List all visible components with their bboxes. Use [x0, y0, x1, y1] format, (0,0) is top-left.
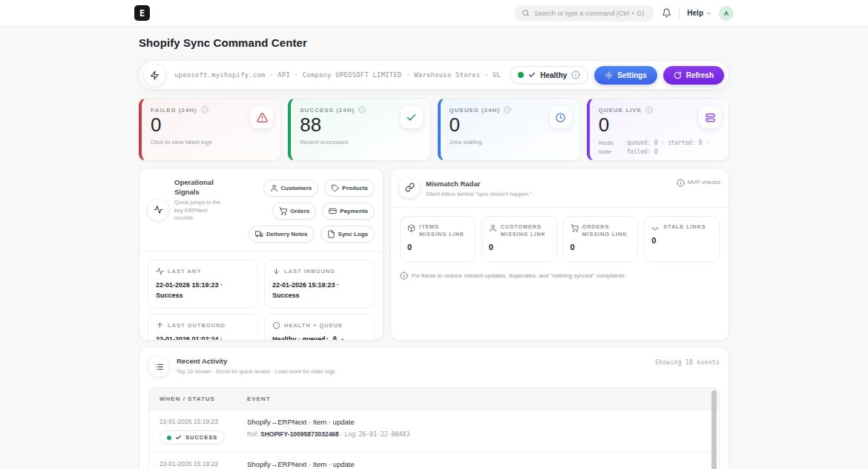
- table-row[interactable]: 22-01-2026 15:19:22 SUCCESS Shopify→ERPN…: [149, 452, 719, 469]
- last-outbound-value: 22-01-2026 01:02:24 · Success: [156, 335, 250, 341]
- notifications-bell-icon[interactable]: [662, 8, 671, 18]
- last-outbound-card: LAST OUTBOUND 22-01-2026 01:02:24 · Succ…: [148, 314, 258, 341]
- topbar-divider: [679, 8, 680, 19]
- health-queue-prefix: Healthy ·: [272, 335, 303, 341]
- activity-pulse-icon: [148, 200, 168, 220]
- check-icon: [401, 106, 423, 128]
- events-count: Showing 10 events: [655, 356, 720, 366]
- refresh-button[interactable]: Refresh: [663, 66, 724, 85]
- info-icon[interactable]: [677, 179, 685, 187]
- user-icon: [270, 184, 278, 192]
- info-icon: [400, 272, 408, 280]
- package-icon: [407, 223, 415, 239]
- customers-missing-link-card[interactable]: CUSTOMERS MISSING LINK 0: [481, 216, 557, 262]
- wave-icon: [651, 223, 660, 232]
- recent-activity-panel: Recent Activity Top 10 shown · Scroll fo…: [139, 347, 729, 469]
- user-icon: [489, 223, 497, 239]
- link-icon: [399, 177, 420, 198]
- delivery-notes-button[interactable]: Delivery Notes: [249, 226, 315, 243]
- check-icon: [175, 434, 182, 441]
- mismatch-title: Mismatch Radar: [426, 180, 532, 189]
- payments-button[interactable]: Payments: [322, 203, 375, 220]
- last-inbound-value: 22-01-2026 15:19:23 · Success: [272, 281, 366, 301]
- event-meta: Ref: SHOPIFY-10095873032468 · Log: 26-01…: [247, 430, 708, 438]
- mismatch-subtitle: Silent killers behind "sync doesn't happ…: [426, 191, 532, 199]
- refresh-label: Refresh: [686, 71, 714, 79]
- table-row[interactable]: 22-01-2026 15:19:23 SUCCESS Shopify→ERPN…: [149, 410, 719, 452]
- mismatch-radar-panel: Mismatch Radar Silent killers behind "sy…: [390, 168, 729, 341]
- row-when: 22-01-2026 15:19:22: [160, 460, 247, 468]
- file-icon: [327, 230, 335, 238]
- user-avatar[interactable]: A: [719, 6, 734, 21]
- search-input[interactable]: [534, 10, 648, 17]
- refresh-icon: [674, 71, 682, 79]
- activity-pulse-icon: [156, 267, 164, 275]
- health-status-pill[interactable]: Healthy: [510, 66, 588, 84]
- mismatch-note: Fix these to reduce missed updates, dupl…: [412, 272, 626, 279]
- orders-missing-link-value: 0: [571, 243, 631, 252]
- products-button[interactable]: Products: [324, 180, 375, 197]
- health-dot: [518, 72, 524, 78]
- signals-subtitle: Quick jumps to the key ERPNext records: [174, 199, 222, 223]
- search-icon: [522, 9, 530, 17]
- stat-card-queue-live[interactable]: QUEUE LIVE 0 Redis state queued: 0 · sta…: [587, 98, 729, 161]
- stat-card-failed[interactable]: FAILED (24H) 0 Click to view failed logs: [139, 98, 281, 161]
- scrollbar-thumb[interactable]: [711, 390, 717, 469]
- info-icon[interactable]: [645, 106, 653, 114]
- avatar-initial: A: [724, 10, 729, 17]
- page-title: Shopify Sync Command Center: [139, 27, 729, 49]
- last-any-value: 22-01-2026 15:19:23 · Success: [156, 281, 250, 301]
- info-icon[interactable]: [201, 106, 208, 114]
- list-icon: [148, 356, 169, 377]
- settings-label: Settings: [617, 71, 646, 79]
- customers-missing-link-value: 0: [489, 243, 550, 252]
- search-bar[interactable]: [515, 5, 654, 22]
- mvp-checks-label: MVP checks: [688, 179, 720, 186]
- cart-icon: [279, 207, 287, 215]
- stat-failed-label: FAILED (24H): [151, 107, 197, 114]
- stat-queued-caption: Jobs waiting: [450, 139, 571, 145]
- stale-links-card[interactable]: STALE LINKS 0: [644, 216, 720, 262]
- status-dot: [167, 436, 171, 440]
- info-icon[interactable]: [504, 106, 511, 114]
- col-event: EVENT: [247, 396, 708, 402]
- event-log-id: 26-01-22-00443: [358, 430, 410, 438]
- app-logo[interactable]: E: [134, 5, 150, 21]
- customers-button[interactable]: Customers: [263, 180, 319, 197]
- circle-icon: [272, 321, 280, 329]
- table-scrollbar: [711, 390, 717, 469]
- stat-failed-caption: Click to view failed logs: [151, 139, 272, 145]
- status-badge: SUCCESS: [160, 430, 225, 445]
- health-label: Healthy: [540, 71, 567, 79]
- arrow-up-icon: [156, 321, 164, 329]
- signals-title: Operational Signals: [174, 178, 222, 197]
- items-missing-link-card[interactable]: ITEMS MISSING LINK 0: [400, 216, 476, 262]
- stat-card-queued[interactable]: QUEUED (24H) 0 Jobs waiting: [438, 98, 580, 161]
- gear-icon: [605, 71, 613, 79]
- col-when-status: WHEN / STATUS: [160, 396, 247, 402]
- zap-icon: [144, 65, 165, 86]
- help-menu[interactable]: Help: [687, 9, 711, 17]
- orders-missing-link-card[interactable]: ORDERS MISSING LINK 0: [563, 216, 639, 262]
- items-missing-link-value: 0: [407, 243, 468, 252]
- redis-state-values: queued: 0 · started: 0 · failed: 0: [627, 139, 714, 157]
- tag-icon: [331, 184, 339, 192]
- stat-cards-row: FAILED (24H) 0 Click to view failed logs…: [139, 98, 729, 161]
- orders-button[interactable]: Orders: [272, 203, 316, 220]
- connection-bar: upeosoft.myshopify.com · API · Company U…: [139, 60, 729, 90]
- topbar: E Help A: [0, 0, 868, 27]
- table-header: WHEN / STATUS EVENT: [149, 388, 719, 410]
- arrow-down-icon: [272, 267, 280, 275]
- activity-subtitle: Top 10 shown · Scroll for quick review ·…: [177, 368, 335, 376]
- stat-queued-label: QUEUED (24H): [450, 107, 500, 114]
- info-icon[interactable]: [571, 70, 580, 79]
- clock-icon: [550, 106, 572, 128]
- check-icon: [528, 71, 536, 79]
- sync-logs-button[interactable]: Sync Logs: [320, 226, 375, 243]
- stat-card-success[interactable]: SUCCESS (24H) 88 Recent successes: [288, 98, 430, 161]
- info-icon[interactable]: [358, 106, 366, 114]
- settings-button[interactable]: Settings: [594, 66, 657, 85]
- last-inbound-card: LAST INBOUND 22-01-2026 15:19:23 · Succe…: [264, 260, 375, 308]
- operational-signals-panel: Operational Signals Quick jumps to the k…: [139, 168, 384, 341]
- row-when: 22-01-2026 15:19:23: [160, 418, 247, 425]
